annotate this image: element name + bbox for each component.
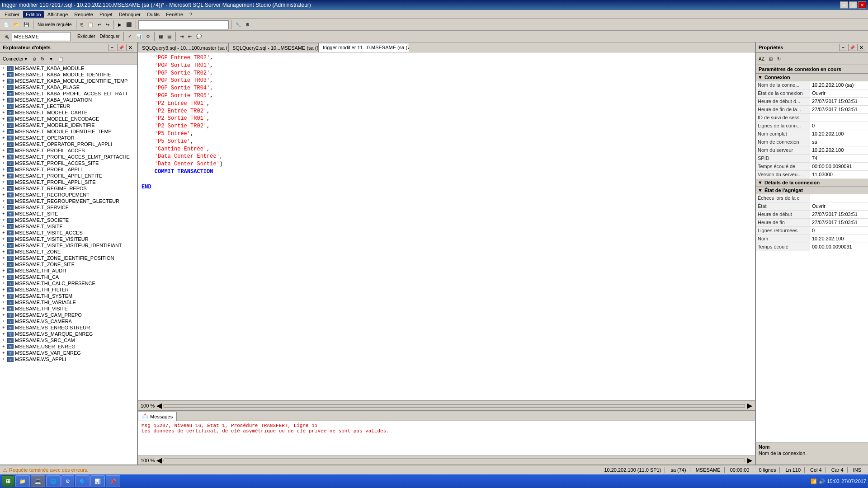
sql-editor[interactable]: 'PGP Entree TR02', 'PGP Sortie TR01', 'P…: [138, 52, 755, 400]
maximize-button[interactable]: □: [849, 1, 857, 9]
oe-connect-button[interactable]: Connecter ▼: [1, 54, 30, 64]
tree-item[interactable]: + T MSESAME.VS_MARQUE_ENREG: [0, 331, 137, 337]
tree-item[interactable]: + T MSESAME.WS_APPLI: [0, 356, 137, 362]
messages-scroll-left[interactable]: ◀: [156, 456, 162, 465]
tree-item[interactable]: + T MSESAME.THI_SYSTEM: [0, 293, 137, 299]
oe-refresh-button[interactable]: ↻: [39, 54, 46, 64]
tree-item[interactable]: + T MSESAME.VS_CAM_PREPO: [0, 312, 137, 318]
menu-fenetre[interactable]: Fenêtre: [163, 11, 186, 18]
copy-button[interactable]: ⎘: [79, 20, 85, 30]
tree-item[interactable]: + T MSESAME.VS_VAR_ENREG: [0, 350, 137, 356]
new-query-button[interactable]: Nouvelle requête: [36, 20, 74, 30]
tree-item[interactable]: + T MSESAME.VS_SRC_CAM: [0, 337, 137, 343]
menu-affichage[interactable]: Affichage: [45, 11, 71, 18]
tab-sqlquery2[interactable]: SQLQuery2.sql - 10...MSESAME (sa (68))*: [228, 43, 319, 52]
search-input[interactable]: [138, 20, 229, 29]
props-section-connection[interactable]: ▼ Connexion: [756, 74, 868, 81]
tree-item[interactable]: + T MSESAME.T_PROFIL_ACCES_ELMT_RATTACHE: [0, 154, 137, 160]
tree-item[interactable]: + T MSESAME.T_KABA_PLAGE: [0, 84, 137, 90]
props-dock-button[interactable]: 📌: [848, 44, 856, 51]
taskbar-app2-button[interactable]: ⚙: [61, 475, 74, 487]
db-connect-button[interactable]: 🔌: [2, 32, 11, 42]
tree-item[interactable]: + T MSESAME.T_VISITE_VISITEUR: [0, 236, 137, 242]
oe-dock-button[interactable]: 📌: [117, 44, 125, 51]
col-select-button[interactable]: ▦: [157, 32, 165, 42]
taskbar-app5-button[interactable]: 📌: [106, 475, 120, 487]
display-plan-button[interactable]: 📊: [134, 32, 143, 42]
tree-item[interactable]: + T MSESAME.T_OPERATOR_PROFIL_APPLI: [0, 141, 137, 147]
tree-item[interactable]: + T MSESAME.T_LECTEUR: [0, 103, 137, 109]
tree-item[interactable]: + T MSESAME.THI_VARIABLE: [0, 299, 137, 305]
save-button[interactable]: 💾: [22, 20, 31, 30]
parse-button[interactable]: ✓: [126, 32, 133, 42]
tree-item[interactable]: + T MSESAME.T_SOCIETE: [0, 217, 137, 223]
execute-button[interactable]: Exécuter: [75, 32, 97, 42]
menu-projet[interactable]: Projet: [97, 11, 115, 18]
tree-item[interactable]: + T MSESAME.T_REGIME_REPOS: [0, 185, 137, 192]
undo-button[interactable]: ↩: [96, 20, 103, 30]
props-sort-alpha-button[interactable]: AZ: [757, 54, 766, 64]
tree-item[interactable]: + T MSESAME.T_ZONE_SITE: [0, 261, 137, 267]
tree-item[interactable]: + T MSESAME.T_MODELE_CARTE: [0, 109, 137, 116]
props-minimize-button[interactable]: –: [839, 44, 847, 51]
props-refresh-button[interactable]: ↻: [775, 54, 783, 64]
tree-item[interactable]: + T MSESAME.THI_FILTER: [0, 286, 137, 293]
messages-tab[interactable]: 📩 Messages: [138, 412, 177, 421]
menu-fichier[interactable]: Fichier: [2, 11, 22, 18]
oe-filter-button[interactable]: ▼: [47, 54, 55, 64]
tree-item[interactable]: + T MSESAME.T_OPERATOR: [0, 135, 137, 141]
tree-item[interactable]: + T MSESAME.T_KABA_MODULE_IDENTIFIE: [0, 71, 137, 78]
messages-scroll-right[interactable]: ▶: [747, 456, 752, 465]
tree-item[interactable]: + T MSESAME.T_KABA_MODULE: [0, 65, 137, 71]
menu-help[interactable]: ?: [187, 11, 195, 18]
oe-minimize-button[interactable]: –: [108, 44, 116, 51]
props-close-button[interactable]: ✕: [857, 44, 865, 51]
menu-deboquer[interactable]: Déboquer: [116, 11, 143, 18]
paste-button[interactable]: 📋: [86, 20, 95, 30]
tree-item[interactable]: + T MSESAME.T_ZONE: [0, 249, 137, 255]
tree-item[interactable]: + T MSESAME.VS_ENREGISTREUR: [0, 324, 137, 331]
menu-requete[interactable]: Requête: [71, 11, 96, 18]
oe-report-button[interactable]: 📋: [56, 54, 65, 64]
taskbar-app3-button[interactable]: 🔷: [75, 475, 90, 487]
stop-button[interactable]: ⬛: [124, 20, 133, 30]
tree-item[interactable]: + T MSESAME.T_PROFIL_APPLI_ENTITE: [0, 173, 137, 179]
props-section-agregate[interactable]: ▼ État de l'agrégat: [756, 187, 868, 194]
tree-item[interactable]: + T MSESAME.T_PROFIL_ACCES_SITE: [0, 160, 137, 166]
tree-item[interactable]: + T MSESAME.T_KABA_PROFIL_ACCES_ELT_RATT: [0, 90, 137, 97]
tab-trigger[interactable]: trigger modifier 11...0.MSESAME (sa (74)…: [319, 43, 409, 52]
debug-button2[interactable]: Déboquer: [98, 32, 121, 42]
query-opts-button[interactable]: ⚙: [144, 32, 152, 42]
col-select2-button[interactable]: ▤: [165, 32, 173, 42]
outdent-button[interactable]: ⇤: [186, 32, 193, 42]
minimize-button[interactable]: –: [840, 1, 848, 9]
tree-item[interactable]: + T MSESAME.THI_VISITE: [0, 305, 137, 312]
indent-button[interactable]: ⇥: [178, 32, 185, 42]
menu-edition[interactable]: Edition: [23, 11, 44, 18]
tree-item[interactable]: + T MSESAME.USER_ENREG: [0, 343, 137, 350]
db-dropdown[interactable]: [12, 32, 71, 41]
oe-close-button[interactable]: ✕: [126, 44, 134, 51]
open-button[interactable]: 📂: [12, 20, 21, 30]
taskbar-app4-button[interactable]: 📊: [90, 475, 105, 487]
taskbar-app1-button[interactable]: 💻: [31, 475, 45, 487]
tab-sqlquery3[interactable]: SQLQuery3.sql - 10....100.master (sa (70…: [138, 43, 228, 52]
editor-scroll-right[interactable]: ▶: [747, 401, 752, 410]
tree-item[interactable]: + T MSESAME.T_PROFIL_APPLI_SITE: [0, 179, 137, 185]
new-file-button[interactable]: 📄: [2, 20, 11, 30]
taskbar-explorer-button[interactable]: 📁: [15, 475, 30, 487]
tree-item[interactable]: + T MSESAME.T_KABA_MODULE_IDENTIFIE_TEMP: [0, 78, 137, 84]
tree-item[interactable]: + T MSESAME.T_REGROUPEMENT: [0, 192, 137, 198]
editor-scroll-left[interactable]: ◀: [156, 401, 162, 410]
tree-item[interactable]: + T MSESAME.THI_AUDIT: [0, 267, 137, 274]
tree-item[interactable]: + T MSESAME.T_MODELE_IDENTIFIE: [0, 122, 137, 128]
tree-item[interactable]: + T MSESAME.T_ZONE_IDENTIFIE_POSITION: [0, 255, 137, 261]
extra-button1[interactable]: 🔧: [234, 20, 243, 30]
tree-item[interactable]: + T MSESAME.T_VISITE_VISITEUR_IDENTIFIAN…: [0, 242, 137, 249]
extra-button2[interactable]: ⚙: [244, 20, 251, 30]
tree-item[interactable]: + T MSESAME.T_SITE: [0, 211, 137, 217]
redo-button[interactable]: ↪: [104, 20, 111, 30]
tree-item[interactable]: + T MSESAME.T_VISITE_ACCES: [0, 230, 137, 236]
props-section-details[interactable]: ▼ Détails de la connexion: [756, 179, 868, 187]
menu-outils[interactable]: Outils: [144, 11, 162, 18]
